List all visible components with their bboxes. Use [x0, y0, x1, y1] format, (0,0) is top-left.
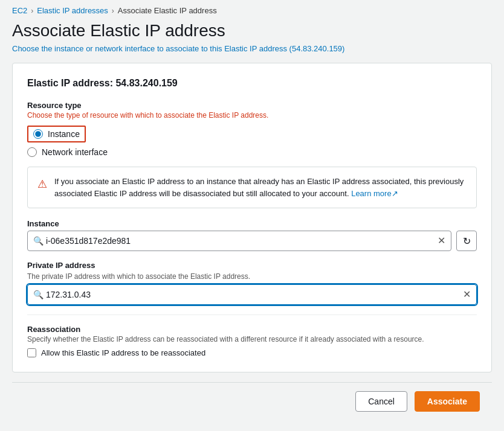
warning-icon: ⚠: [37, 176, 47, 193]
main-card: Elastic IP address: 54.83.240.159 Resour…: [12, 63, 492, 372]
radio-instance-input[interactable]: [33, 129, 43, 139]
section-divider: [27, 314, 477, 315]
radio-network-interface-input[interactable]: [27, 147, 37, 157]
instance-field-group: Instance 🔍 ✕ ↻: [27, 219, 477, 251]
instance-input-row: 🔍 ✕ ↻: [27, 231, 477, 251]
radio-network-interface-label: Network interface: [42, 147, 108, 157]
private-ip-label: Private IP address: [27, 261, 477, 270]
private-ip-search-input[interactable]: [27, 284, 477, 305]
resource-type-section: Resource type Choose the type of resourc…: [27, 101, 477, 157]
radio-instance-label: Instance: [48, 129, 80, 139]
instance-search-input[interactable]: [27, 231, 451, 251]
reassociation-section: Reassociation Specify whether the Elasti…: [27, 325, 477, 357]
instance-field-label: Instance: [27, 219, 477, 228]
resource-type-desc: Choose the type of resource with which t…: [27, 111, 477, 120]
breadcrumb-ec2[interactable]: EC2: [12, 6, 27, 15]
footer-bar: Cancel Associate: [12, 382, 492, 420]
reassociation-checkbox-row[interactable]: Allow this Elastic IP address to be reas…: [27, 348, 477, 357]
instance-search-icon: 🔍: [33, 236, 44, 246]
refresh-icon: ↻: [463, 235, 471, 247]
page-title: Associate Elastic IP address: [12, 21, 492, 40]
private-ip-desc: The private IP address with which to ass…: [27, 272, 477, 281]
page-subtitle: Choose the instance or network interface…: [12, 44, 492, 53]
reassociation-desc: Specify whether the Elastic IP address c…: [27, 335, 477, 343]
private-ip-input-wrapper: 🔍 ✕: [27, 284, 477, 305]
private-ip-clear-button[interactable]: ✕: [462, 290, 472, 299]
instance-input-wrapper: 🔍 ✕: [27, 231, 451, 251]
reassociation-checkbox-label: Allow this Elastic IP address to be reas…: [41, 348, 205, 357]
breadcrumb-sep-2: ›: [112, 7, 114, 15]
warning-box: ⚠ If you associate an Elastic IP address…: [27, 167, 477, 208]
breadcrumb: EC2 › Elastic IP addresses › Associate E…: [0, 0, 504, 21]
resource-type-label: Resource type: [27, 101, 477, 110]
learn-more-link[interactable]: Learn more↗: [351, 189, 398, 198]
breadcrumb-current: Associate Elastic IP address: [118, 6, 217, 15]
radio-group: Instance Network interface: [27, 126, 477, 157]
reassociation-title: Reassociation: [27, 325, 477, 334]
breadcrumb-elastic-ip[interactable]: Elastic IP addresses: [37, 6, 108, 15]
private-ip-search-icon: 🔍: [33, 290, 44, 299]
breadcrumb-sep-1: ›: [31, 7, 33, 15]
private-ip-field-group: Private IP address The private IP addres…: [27, 261, 477, 305]
card-title: Elastic IP address: 54.83.240.159: [27, 78, 477, 89]
associate-button[interactable]: Associate: [415, 391, 480, 412]
radio-instance[interactable]: Instance: [27, 126, 86, 142]
cancel-button[interactable]: Cancel: [355, 391, 407, 412]
instance-refresh-button[interactable]: ↻: [456, 231, 477, 251]
reassociation-checkbox[interactable]: [27, 348, 36, 357]
instance-clear-button[interactable]: ✕: [436, 236, 447, 246]
page-content: Associate Elastic IP address Choose the …: [0, 21, 504, 431]
warning-text: If you associate an Elastic IP address t…: [54, 176, 467, 199]
radio-network-interface[interactable]: Network interface: [27, 147, 477, 157]
